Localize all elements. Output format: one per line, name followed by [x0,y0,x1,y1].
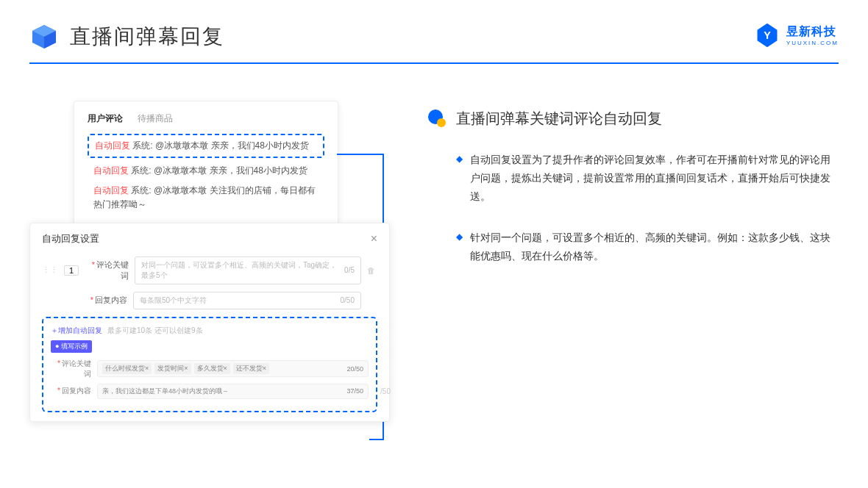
keyword-label: 评论关键词 [85,259,129,281]
brand-logo: Y 昱新科技 YUUXIN.COM [754,22,839,49]
tag-item[interactable]: 发货时间× [154,363,191,374]
connector-line [369,439,384,440]
tab-pending-products[interactable]: 待播商品 [138,112,173,125]
screenshot-panel: 用户评论 待播商品 自动回复 系统: @冰墩墩本墩 亲亲，我们48小时内发货 自… [29,101,397,429]
example-badge: ● 填写示例 [51,340,92,353]
char-count: /50 [380,387,391,395]
content-input[interactable]: 每条限50个中文字符 0/50 [133,292,361,309]
example-content-label: 回复内容 [51,386,91,396]
trash-icon[interactable]: 🗑 [367,266,377,275]
description-panel: 直播间弹幕关键词评论自动回复 ◆ 自动回复设置为了提升作者的评论回复效率，作者可… [427,101,839,429]
example-keyword-input[interactable]: 什么时候发货× 发货时间× 多久发货× 还不发货× 20/50 [97,360,369,377]
svg-point-5 [437,118,446,127]
auto-reply-badge: 自动回复 [93,185,129,195]
add-hint: 最多可建10条 还可以创建9条 [107,326,202,334]
feature-heading: 直播间弹幕关键词评论自动回复 [456,109,662,129]
svg-text:Y: Y [764,29,771,41]
diamond-icon: ◆ [456,232,463,265]
comment-row: 自动回复 系统: @冰墩墩本墩 关注我们的店铺，每日都有热门推荐呦～ [88,184,324,212]
tab-user-comments[interactable]: 用户评论 [88,112,123,125]
content-label: 回复内容 [83,295,127,306]
example-section: ＋增加自动回复 最多可建10条 还可以创建9条 ● 填写示例 评论关键词 什么时… [42,317,377,412]
comment-card: 用户评论 待播商品 自动回复 系统: @冰墩墩本墩 亲亲，我们48小时内发货 自… [74,101,338,230]
logo-subtitle: YUUXIN.COM [786,40,839,46]
bullet-point: ◆ 自动回复设置为了提升作者的评论回复效率，作者可在开播前针对常见的评论用户问题… [427,151,839,207]
drag-handle-icon[interactable]: ⋮⋮ [42,265,58,275]
bullet-text: 自动回复设置为了提升作者的评论回复效率，作者可在开播前针对常见的评论用户问题，提… [470,151,839,207]
auto-reply-badge: 自动回复 [95,140,130,151]
example-keyword-label: 评论关键词 [51,359,91,379]
cube-icon [29,22,59,51]
row-number: 1 [64,265,79,276]
tag-item[interactable]: 什么时候发货× [102,363,152,374]
bullet-point: ◆ 针对同一个问题，可设置多个相近的、高频的关键词。例如：这款多少钱、这块能优惠… [427,229,839,265]
close-icon[interactable]: × [371,232,377,245]
chat-bubble-icon [427,108,447,129]
comment-text: 系统: @冰墩墩本墩 亲亲，我们48小时内发货 [131,165,307,176]
comment-text: 系统: @冰墩墩本墩 亲亲，我们48小时内发货 [132,140,309,151]
settings-title: 自动回复设置 [42,232,99,245]
comment-row: 自动回复 系统: @冰墩墩本墩 亲亲，我们48小时内发货 [88,164,324,178]
connector-line [337,154,383,155]
auto-reply-badge: 自动回复 [93,165,129,176]
auto-reply-settings-card: 自动回复设置 × ⋮⋮ 1 评论关键词 对同一个问题，可设置多个相近、高频的关键… [29,223,390,422]
tag-item[interactable]: 还不发货× [233,363,269,374]
bullet-text: 针对同一个问题，可设置多个相近的、高频的关键词。例如：这款多少钱、这块能优惠吗、… [470,229,839,265]
highlighted-comment: 自动回复 系统: @冰墩墩本墩 亲亲，我们48小时内发货 [88,134,324,158]
page-title: 直播间弹幕回复 [70,23,224,51]
example-content-input[interactable]: 亲，我们这边都是下单48小时内发货的哦～ 37/50 [97,384,369,399]
tag-item[interactable]: 多久发货× [194,363,230,374]
add-auto-reply-link[interactable]: ＋增加自动回复 [51,326,102,336]
logo-name: 昱新科技 [786,24,839,40]
keyword-input[interactable]: 对同一个问题，可设置多个相近、高频的关键词，Tag确定，最多5个 0/5 [135,256,361,284]
logo-icon: Y [754,22,780,49]
diamond-icon: ◆ [456,154,463,207]
